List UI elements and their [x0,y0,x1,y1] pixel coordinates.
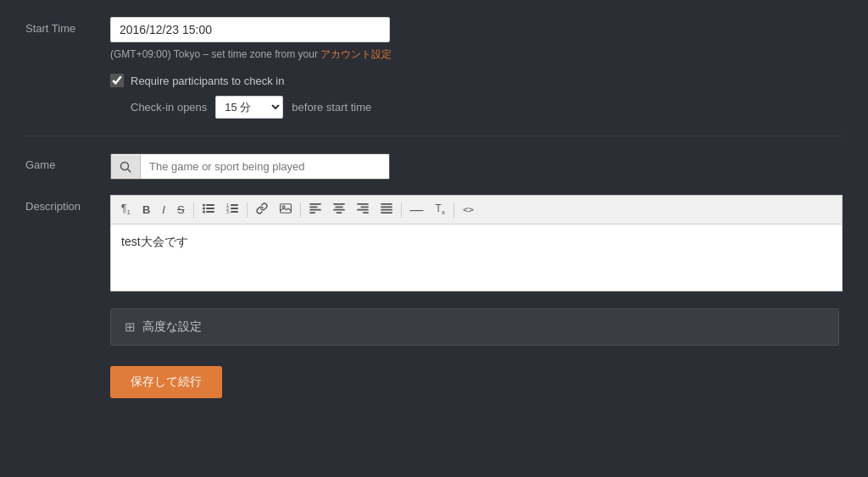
svg-rect-24 [357,203,369,205]
timezone-link[interactable]: アカウント設定 [320,48,392,60]
description-label: Description [25,195,110,213]
toolbar-horizontal-rule-btn[interactable]: — [405,200,429,220]
svg-rect-22 [333,209,345,211]
svg-rect-17 [309,206,317,208]
checkin-select[interactable]: 5 分 10 分 15 分 30 分 60 分 [215,96,283,119]
svg-rect-19 [309,212,315,214]
description-editor-wrap: ¶1 B I S [110,195,843,291]
game-row: Game [25,153,843,180]
svg-rect-27 [363,212,369,214]
timezone-text: (GMT+09:00) Tokyo – set time zone from y… [110,47,843,62]
game-content [110,153,843,180]
game-search-input[interactable] [141,154,389,179]
start-time-row: Start Time (GMT+09:00) Tokyo – set time … [25,17,843,119]
svg-rect-5 [206,208,214,209]
toolbar-bullet-list-btn[interactable] [198,200,220,219]
editor-toolbar: ¶1 B I S [110,195,843,224]
toolbar-divider-1 [193,202,194,218]
game-search-wrap [110,153,390,180]
svg-rect-11 [231,208,238,209]
image-icon [280,203,292,216]
checkin-opens-label: Check-in opens [131,101,207,114]
start-time-content: (GMT+09:00) Tokyo – set time zone from y… [110,17,843,119]
start-time-label: Start Time [25,17,110,35]
link-icon [256,202,268,217]
bullet-list-icon [203,203,214,216]
toolbar-align-right-btn[interactable] [352,200,374,219]
checkin-opens-row: Check-in opens 5 分 10 分 15 分 30 分 60 分 b… [131,96,843,119]
svg-point-2 [203,204,205,207]
search-icon [120,161,131,173]
horizontal-rule-icon: — [410,203,424,217]
toolbar-divider-5 [453,202,454,218]
toolbar-italic-btn[interactable]: I [157,200,170,219]
toolbar-divider-4 [401,202,402,218]
description-text: test大会です [121,235,188,248]
svg-rect-21 [335,206,342,208]
toolbar-clear-format-btn[interactable]: Tx [431,199,450,219]
paragraph-icon: ¶1 [121,202,131,216]
clear-format-icon: Tx [436,202,445,216]
toolbar-align-justify-btn[interactable] [376,200,398,219]
svg-rect-25 [360,206,368,208]
advanced-settings-section[interactable]: ⊞ 高度な設定 [110,308,839,346]
svg-point-6 [203,211,205,214]
svg-rect-13 [231,211,238,213]
advanced-icon: ⊞ [125,319,136,335]
toolbar-code-btn[interactable]: <> [458,201,479,219]
toolbar-align-center-btn[interactable] [328,200,350,219]
svg-rect-20 [333,203,345,205]
svg-rect-30 [381,209,392,211]
strikethrough-icon: S [177,203,185,216]
save-button[interactable]: 保存して続行 [110,366,222,398]
advanced-label: 高度な設定 [142,319,202,335]
game-label: Game [25,153,110,171]
toolbar-image-btn[interactable] [275,200,297,219]
align-justify-icon [381,203,392,216]
align-right-icon [357,203,369,216]
svg-rect-18 [309,209,321,211]
section-divider [25,136,843,136]
svg-rect-23 [336,212,342,214]
bold-icon: B [142,203,150,216]
svg-rect-29 [381,206,392,208]
svg-rect-16 [309,203,321,205]
svg-rect-14 [280,204,291,214]
toolbar-paragraph-btn[interactable]: ¶1 [116,199,136,219]
toolbar-align-left-btn[interactable] [304,200,326,219]
toolbar-strikethrough-btn[interactable]: S [172,200,190,219]
before-start-label: before start time [292,101,371,114]
svg-text:3.: 3. [226,209,230,214]
checkin-checkbox[interactable] [110,74,124,87]
align-center-icon [333,203,345,216]
svg-rect-31 [381,212,392,214]
svg-rect-7 [206,211,214,213]
description-row: Description ¶1 B I S [25,195,843,291]
start-time-input[interactable] [110,17,390,42]
toolbar-bold-btn[interactable]: B [137,200,155,219]
svg-rect-3 [206,204,214,206]
align-left-icon [309,203,321,216]
toolbar-ordered-list-btn[interactable]: 1. 2. 3. [221,200,243,219]
svg-rect-26 [357,209,369,211]
code-icon: <> [463,204,474,215]
svg-rect-9 [231,204,238,206]
svg-rect-28 [381,203,392,205]
checkin-label: Require participants to check in [131,75,284,87]
game-search-button[interactable] [111,155,141,179]
svg-point-4 [203,208,205,210]
toolbar-link-btn[interactable] [251,199,273,220]
italic-icon: I [162,203,165,216]
toolbar-divider-2 [247,202,248,218]
svg-line-1 [128,169,131,172]
toolbar-divider-3 [300,202,301,218]
checkin-row: Require participants to check in [110,74,843,87]
description-editor-content[interactable]: test大会です [110,224,843,291]
ordered-list-icon: 1. 2. 3. [226,203,238,216]
